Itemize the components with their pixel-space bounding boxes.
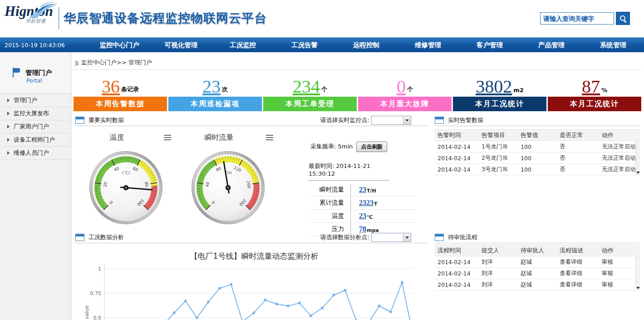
section-realtime-header: 重要实时数据 请选择实时监控点:	[75, 115, 428, 126]
nav-item-4[interactable]: 工况告警	[274, 38, 335, 52]
breadcrumb-icon	[75, 61, 77, 62]
nav-item-1[interactable]: 监控中心门户	[88, 38, 150, 52]
chevron-right-icon	[7, 125, 10, 128]
column-header: 流程描述	[557, 246, 599, 255]
table-cell: 3号龙门吊	[479, 166, 518, 173]
section-title: 重要实时数据	[88, 116, 124, 124]
table-cell: 否	[557, 154, 599, 162]
stat-unit: %	[601, 87, 607, 94]
refresh-button[interactable]: 点击刷新	[356, 142, 387, 152]
search-bar	[540, 12, 630, 25]
table-cell: 2号龙门吊	[479, 154, 518, 162]
column-header: 是否正常	[557, 131, 599, 139]
stat-banner[interactable]: 本月工况统计	[453, 97, 546, 111]
stat-card-2[interactable]: 23次本周巡检漏项	[168, 71, 262, 111]
action-link[interactable]: 查看详细	[557, 270, 599, 277]
stat-banner[interactable]: 本周工单受理	[263, 97, 357, 111]
table-cell: 赵城	[518, 281, 557, 289]
column-header: 告警项目	[479, 131, 518, 139]
stat-unit: 个	[407, 85, 413, 94]
table-row: 2014-02-143号龙门吊100否无法正常启动	[435, 164, 640, 175]
stat-card-1[interactable]: 36条记录本周告警数据	[74, 71, 167, 111]
action-link[interactable]: 审核	[599, 270, 640, 277]
column-header: 告警值	[518, 131, 557, 139]
stat-unit: 次	[222, 85, 228, 94]
table-header-row: 流程时间提交人待审批人流程描述动作	[435, 245, 640, 256]
sidebar: 管理门户 Portal 管理门户监控大屏发布厂家用户门户设备工程师门户维修人员门…	[0, 52, 71, 320]
stat-unit: 个	[321, 85, 327, 94]
realtime-info: 采集频率: 5min 点击刷新 最新时间: 2014-11-21 15:30:1…	[309, 141, 428, 236]
stat-card-4[interactable]: 0个本月重大故障	[358, 71, 452, 111]
reading-unit: T	[374, 201, 378, 207]
sidebar-item-3[interactable]: 厂家用户门户	[0, 120, 71, 133]
stat-card-6[interactable]: 87%本月工况统计	[548, 71, 641, 111]
monitor-point-select[interactable]	[371, 116, 411, 125]
table-cell: 2014-02-14	[435, 166, 479, 173]
main-nav: 2015-10-19 10:43:06 监控中心门户可视化管理工况监控工况告警远…	[0, 37, 644, 52]
stat-banner[interactable]: 本周告警数据	[74, 97, 167, 111]
table-cell: 赵城	[518, 270, 557, 277]
stat-value: 36	[102, 78, 120, 96]
reading-label: 瞬时流量	[309, 186, 350, 194]
page-header: Hignton 华辰智通 华辰智通设备远程监控物联网云平台	[0, 0, 644, 37]
sidebar-item-1[interactable]: 管理门户	[0, 94, 71, 107]
section-analysis-header: 工况数据分析 请选择数据分析点:	[75, 232, 428, 243]
chart-menu-icon[interactable]	[164, 135, 171, 140]
stat-value-area: 87%	[548, 71, 641, 96]
nav-item-9[interactable]: 系统管理	[582, 38, 644, 52]
chevron-down-icon	[403, 116, 411, 124]
search-button[interactable]	[616, 12, 630, 25]
stat-banner[interactable]: 本周巡检漏项	[168, 97, 262, 111]
stat-value: 0	[397, 78, 406, 96]
flow-line-chart: 10.750.5value	[83, 260, 419, 320]
action-link[interactable]: 审核	[599, 258, 640, 266]
column-header: 动作	[599, 131, 640, 139]
stat-banner[interactable]: 本月工况统计	[548, 97, 641, 111]
sidebar-item-2[interactable]: 监控大屏发布	[0, 107, 71, 120]
analysis-point-select[interactable]	[371, 233, 411, 242]
reading-row: 瞬时流量 23T/H	[309, 183, 417, 197]
header-divider	[58, 7, 59, 29]
portal-header: 管理门户 Portal	[0, 52, 71, 94]
reading-row: 温度 23℃	[309, 210, 417, 223]
svg-text:40: 40	[205, 182, 210, 187]
nav-item-8[interactable]: 产品管理	[521, 38, 582, 52]
column-header: 告警时间	[435, 131, 479, 139]
action-link[interactable]: 审核	[599, 281, 640, 289]
stat-value-area: 23次	[168, 71, 262, 96]
table-cell: 2014-02-14	[435, 281, 479, 288]
nav-item-2[interactable]: 可视化管理	[150, 38, 212, 52]
sidebar-item-label: 设备工程师门户	[14, 136, 55, 144]
nav-item-7[interactable]: 客户管理	[459, 38, 521, 52]
table-scrollbar[interactable]	[635, 256, 640, 290]
table-cell: 100	[518, 143, 557, 150]
table-cell: 刘洋	[479, 281, 518, 289]
frequency-row: 采集频率: 5min 点击刷新	[309, 141, 428, 152]
sidebar-item-5[interactable]: 维修人员门户	[0, 147, 71, 160]
bird-logo-icon	[27, 2, 59, 19]
action-link[interactable]: 查看详细	[557, 258, 599, 266]
chart-menu-icon[interactable]	[266, 135, 273, 140]
stat-banner[interactable]: 本月重大故障	[358, 97, 452, 111]
table-scrollbar[interactable]	[635, 141, 640, 175]
select-value	[372, 233, 403, 241]
nav-item-6[interactable]: 维修管理	[397, 38, 459, 52]
stat-card-5[interactable]: 3802m2本月工况统计	[453, 71, 546, 111]
table-cell: 100	[518, 155, 557, 162]
section-title: 实时告警数据	[448, 116, 483, 124]
flag-icon	[12, 68, 21, 78]
reading-number: 23	[359, 212, 366, 220]
stat-unit: 条记录	[121, 85, 139, 94]
stat-unit: m2	[513, 87, 524, 94]
stat-value-area: 234个	[263, 71, 357, 96]
nav-item-3[interactable]: 工况监控	[212, 38, 274, 52]
temperature-gauge-block: 温度 020406080100(℃)	[77, 129, 175, 231]
gauge-title-temperature: 温度	[77, 133, 157, 143]
page-title: 华辰智通设备远程监控物联网云平台	[64, 10, 267, 26]
nav-item-5[interactable]: 远程控制	[335, 38, 397, 52]
stat-card-3[interactable]: 234个本周工单受理	[263, 71, 357, 111]
svg-text:1: 1	[98, 266, 101, 272]
sidebar-item-4[interactable]: 设备工程师门户	[0, 133, 71, 147]
search-input[interactable]	[540, 12, 614, 25]
action-link[interactable]: 查看详细	[557, 281, 599, 289]
